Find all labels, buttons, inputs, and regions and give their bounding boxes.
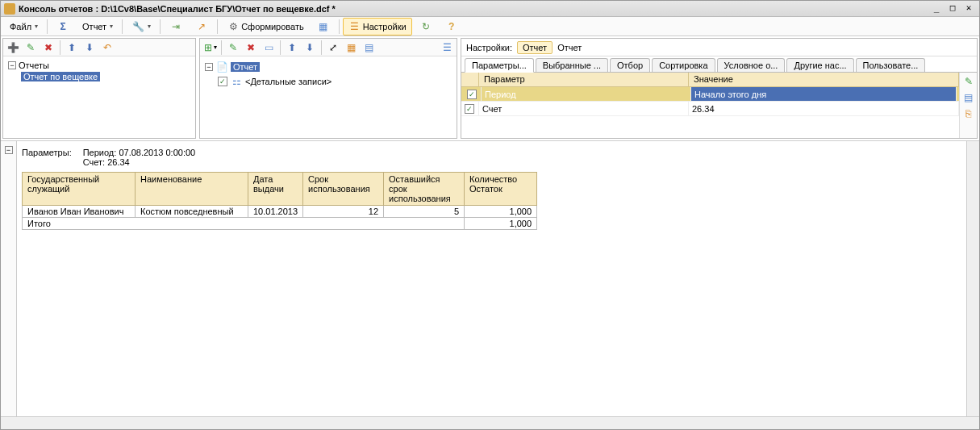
param-row[interactable]: ✓ Период Начало этого дня bbox=[461, 87, 959, 102]
cell-name: Костюм повседневный bbox=[136, 206, 248, 218]
sigma-button[interactable]: Σ bbox=[51, 18, 75, 35]
table-button[interactable]: ▦ bbox=[343, 40, 359, 55]
param-name: Счет bbox=[479, 102, 689, 115]
expand-button[interactable]: ⤢ bbox=[325, 40, 341, 55]
table-row[interactable]: Иванов Иван Иванович Костюм повседневный… bbox=[23, 206, 537, 218]
structure-tree[interactable]: − 📄 Отчет ✓ ⚏ <Детальные записи> bbox=[200, 56, 457, 138]
chart-button[interactable]: ▤ bbox=[361, 40, 377, 55]
separator bbox=[339, 19, 340, 34]
refresh-icon: ↻ bbox=[419, 20, 432, 33]
collapse-icon[interactable]: − bbox=[5, 146, 13, 154]
report-area: − Параметры: Период: 07.08.2013 0:00:00 … bbox=[1, 141, 979, 416]
report-sheet[interactable]: Параметры: Период: 07.08.2013 0:00:00 Сч… bbox=[17, 141, 966, 416]
report-menu-label: Отчет bbox=[82, 22, 106, 31]
separator bbox=[217, 19, 218, 34]
plus-icon: ➕ bbox=[6, 41, 19, 54]
tree-root[interactable]: − Отчеты bbox=[8, 60, 190, 71]
move-down-button[interactable]: ⬇ bbox=[302, 40, 318, 55]
param-value[interactable]: Начало этого дня bbox=[691, 87, 957, 101]
param-side-tools: ✎ ▤ ⎘ bbox=[959, 73, 977, 138]
cell-date: 10.01.2013 bbox=[248, 206, 303, 218]
form-button[interactable]: ⚙ Сформировать bbox=[221, 18, 310, 35]
props-button[interactable]: ▤ bbox=[961, 90, 977, 105]
import-button[interactable]: ⇥ bbox=[164, 18, 188, 35]
settings-chip-active[interactable]: Отчет bbox=[517, 41, 553, 54]
param-row[interactable]: ✓ Счет 26.34 bbox=[461, 102, 959, 116]
checkbox[interactable]: ✓ bbox=[218, 77, 227, 86]
chart-icon: ▤ bbox=[362, 41, 375, 54]
field-button[interactable]: ▭ bbox=[261, 40, 277, 55]
tab-parameters[interactable]: Параметры... bbox=[465, 58, 534, 73]
move-down-button[interactable]: ⬇ bbox=[81, 40, 98, 55]
settings-tabs: Параметры... Выбранные ... Отбор Сортиро… bbox=[461, 56, 977, 73]
collapse-icon[interactable]: − bbox=[8, 61, 16, 69]
add-structure-button[interactable]: ⊞▾ bbox=[202, 40, 218, 55]
help-button[interactable]: ? bbox=[440, 18, 464, 35]
settings-chip[interactable]: Отчет bbox=[557, 43, 582, 52]
config-area: ➕ ✎ ✖ ⬆ ⬇ ↶ − Отчеты Отчет по вещевке bbox=[1, 36, 979, 141]
settings-panel: Настройки: Отчет Отчет Параметры... Выбр… bbox=[461, 38, 978, 139]
edit-button[interactable]: ✎ bbox=[225, 40, 241, 55]
tools-button[interactable]: 🔧 ▾ bbox=[126, 18, 156, 35]
tab-filter[interactable]: Отбор bbox=[610, 58, 650, 72]
copy-button[interactable]: ⎘ bbox=[961, 106, 977, 121]
close-button[interactable]: ✕ bbox=[961, 3, 976, 15]
param-table-header: Параметр Значение bbox=[461, 73, 959, 87]
report-icon: 📄 bbox=[215, 61, 228, 73]
move-up-button[interactable]: ⬆ bbox=[284, 40, 300, 55]
reports-toolbar: ➕ ✎ ✖ ⬆ ⬇ ↶ bbox=[3, 39, 195, 56]
tab-user[interactable]: Пользовате... bbox=[856, 58, 926, 72]
list-plus-icon: ⊞ bbox=[202, 41, 214, 54]
delete-button[interactable]: ✖ bbox=[243, 40, 259, 55]
maximize-button[interactable]: □ bbox=[945, 3, 960, 15]
cell-term: 12 bbox=[303, 206, 384, 218]
layout-button[interactable]: ▦ bbox=[311, 18, 336, 35]
app-window: Консоль отчетов : D:\1Cv8\Base\Специалис… bbox=[0, 0, 980, 430]
arrow-up-icon: ⬆ bbox=[286, 41, 298, 54]
add-button[interactable]: ➕ bbox=[5, 40, 21, 55]
separator bbox=[160, 19, 161, 34]
col-date: Дата выдачи bbox=[248, 173, 303, 206]
table-total-row: Итого 1,000 bbox=[23, 218, 537, 230]
tree-item[interactable]: ✓ ⚏ <Детальные записи> bbox=[218, 74, 452, 89]
move-up-button[interactable]: ⬆ bbox=[64, 40, 80, 55]
settings-button[interactable]: ☰ Настройки bbox=[343, 18, 412, 35]
tab-selected[interactable]: Выбранные ... bbox=[536, 58, 608, 72]
file-menu[interactable]: Файл ▾ bbox=[4, 19, 44, 34]
separator bbox=[280, 40, 281, 55]
outline-gutter: − bbox=[1, 141, 17, 416]
horizontal-scrollbar[interactable] bbox=[1, 416, 979, 429]
tree-item[interactable]: Отчет по вещевке bbox=[21, 71, 190, 82]
field-icon: ▭ bbox=[262, 41, 275, 54]
export-button[interactable]: ↗ bbox=[190, 18, 214, 35]
param-name: Период bbox=[482, 87, 691, 101]
tab-other[interactable]: Другие нас... bbox=[786, 58, 853, 72]
col-remaining: Оставшийся срок использования bbox=[384, 173, 465, 206]
param-value[interactable]: 26.34 bbox=[689, 102, 959, 115]
structure-panel: ⊞▾ ✎ ✖ ▭ ⬆ ⬇ ⤢ ▦ ▤ ☰ − 📄 Отчет bbox=[199, 38, 457, 139]
chevron-down-icon: ▾ bbox=[35, 23, 38, 30]
checkbox[interactable]: ✓ bbox=[467, 90, 477, 99]
total-label: Итого bbox=[23, 218, 465, 230]
sigma-icon: Σ bbox=[56, 20, 69, 33]
arrow-up-icon: ⬆ bbox=[65, 41, 78, 54]
form-button-label: Сформировать bbox=[241, 22, 304, 31]
checkbox[interactable]: ✓ bbox=[465, 104, 474, 114]
reports-tree[interactable]: − Отчеты Отчет по вещевке bbox=[3, 56, 195, 138]
window-buttons: _ □ ✕ bbox=[929, 3, 976, 15]
edit-button[interactable]: ✎ bbox=[23, 40, 39, 55]
minimize-button[interactable]: _ bbox=[929, 3, 944, 15]
tab-conditional[interactable]: Условное о... bbox=[717, 58, 786, 72]
tree-root[interactable]: − 📄 Отчет bbox=[205, 60, 452, 74]
tab-sort[interactable]: Сортировка bbox=[652, 58, 715, 72]
list-button[interactable]: ☰ bbox=[439, 40, 455, 55]
delete-button[interactable]: ✖ bbox=[40, 40, 56, 55]
report-menu[interactable]: Отчет ▾ bbox=[77, 19, 119, 34]
arrow-curve-icon: ↶ bbox=[101, 41, 114, 54]
list-icon: ☰ bbox=[440, 41, 453, 54]
collapse-icon[interactable]: − bbox=[205, 63, 213, 71]
move-left-button[interactable]: ↶ bbox=[99, 40, 115, 55]
edit-param-button[interactable]: ✎ bbox=[961, 74, 977, 89]
refresh-button[interactable]: ↻ bbox=[414, 18, 438, 35]
vertical-scrollbar[interactable] bbox=[966, 141, 979, 416]
